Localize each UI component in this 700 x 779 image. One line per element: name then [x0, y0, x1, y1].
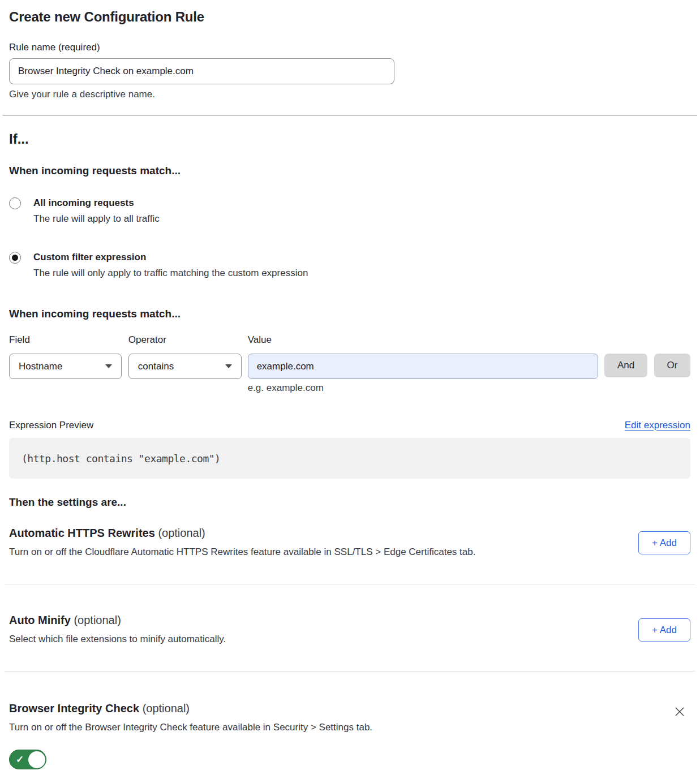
radio-option-text: All incoming requests The rule will appl… [33, 197, 160, 225]
expression-code-text: (http.host contains "example.com") [22, 453, 220, 464]
rule-name-label: Rule name (required) [9, 42, 690, 53]
setting-name: Auto Minify [9, 614, 71, 626]
setting-optional-tag: (optional) [74, 614, 121, 626]
rule-name-group: Rule name (required) Give your rule a de… [9, 42, 690, 100]
setting-optional-tag: (optional) [143, 702, 190, 715]
radio-option-all-incoming-requests[interactable]: All incoming requests The rule will appl… [9, 197, 690, 225]
browser-integrity-check-toggle[interactable]: ✓ [9, 750, 46, 769]
value-input[interactable] [248, 354, 598, 379]
value-help: e.g. example.com [248, 382, 598, 394]
radio-selected-dot [12, 255, 18, 261]
add-auto-minify-button[interactable]: + Add [638, 618, 690, 642]
divider [5, 671, 695, 672]
radio-option-label: All incoming requests [33, 197, 160, 209]
or-button[interactable]: Or [654, 354, 690, 377]
and-button[interactable]: And [604, 354, 647, 377]
expression-preview-label: Expression Preview [9, 420, 93, 431]
setting-automatic-https-rewrites: Automatic HTTPS Rewrites (optional) Turn… [9, 527, 690, 558]
chevron-down-icon [225, 364, 232, 368]
setting-title: Browser Integrity Check (optional) [9, 702, 372, 715]
add-automatic-https-rewrites-button[interactable]: + Add [638, 531, 690, 554]
expression-builder: Field Hostname Operator contains Value e… [9, 334, 690, 394]
field-select[interactable]: Hostname [9, 354, 122, 379]
setting-main: Browser Integrity Check (optional) Turn … [9, 702, 372, 772]
chevron-down-icon [105, 364, 112, 368]
setting-main: Automatic HTTPS Rewrites (optional) Turn… [9, 527, 475, 558]
operator-label: Operator [128, 334, 242, 345]
setting-auto-minify: Auto Minify (optional) Select which file… [9, 614, 690, 645]
field-select-value: Hostname [19, 361, 62, 372]
radio-option-description: The rule will only apply to traffic matc… [33, 268, 308, 279]
setting-description: Turn on or off the Browser Integrity Che… [9, 722, 372, 733]
divider [3, 115, 697, 116]
setting-name: Automatic HTTPS Rewrites [9, 527, 155, 539]
create-configuration-rule-page: Create new Configuration Rule Rule name … [0, 0, 700, 779]
remove-browser-integrity-check-button[interactable] [672, 704, 687, 719]
toggle-knob [28, 751, 45, 768]
then-settings-heading: Then the settings are... [9, 496, 690, 509]
radio-option-custom-filter-expression[interactable]: Custom filter expression The rule will o… [9, 252, 690, 279]
rule-name-help: Give your rule a descriptive name. [9, 89, 690, 100]
divider [5, 584, 695, 584]
expression-preview-header: Expression Preview Edit expression [9, 420, 690, 431]
page-title: Create new Configuration Rule [9, 9, 690, 25]
close-icon [673, 705, 686, 718]
edit-expression-link[interactable]: Edit expression [625, 420, 690, 431]
radio-option-text: Custom filter expression The rule will o… [33, 252, 308, 279]
operator-select-value: contains [138, 361, 174, 372]
radio-custom-filter-expression[interactable] [9, 252, 21, 264]
when-match-heading: When incoming requests match... [9, 165, 690, 177]
value-column: Value e.g. example.com [248, 334, 598, 394]
if-heading: If... [9, 131, 690, 147]
radio-option-description: The rule will apply to all traffic [33, 213, 160, 225]
field-label: Field [9, 334, 122, 345]
radio-all-incoming-requests[interactable] [9, 197, 21, 209]
when-match-heading-2: When incoming requests match... [9, 308, 690, 320]
setting-main: Auto Minify (optional) Select which file… [9, 614, 226, 645]
value-label: Value [248, 334, 598, 345]
setting-name: Browser Integrity Check [9, 702, 139, 715]
setting-optional-tag: (optional) [158, 527, 205, 539]
setting-description: Select which file extensions to minify a… [9, 634, 226, 645]
setting-title: Automatic HTTPS Rewrites (optional) [9, 527, 475, 540]
setting-browser-integrity-check: Browser Integrity Check (optional) Turn … [9, 702, 690, 772]
radio-option-label: Custom filter expression [33, 252, 308, 263]
rule-name-input[interactable] [9, 58, 394, 84]
expression-preview-code-block: (http.host contains "example.com") [9, 438, 690, 479]
operator-select[interactable]: contains [128, 354, 242, 379]
setting-description: Turn on or off the Cloudflare Automatic … [9, 546, 475, 558]
operator-column: Operator contains [128, 334, 242, 379]
setting-title: Auto Minify (optional) [9, 614, 226, 627]
field-column: Field Hostname [9, 334, 122, 379]
check-icon: ✓ [16, 754, 24, 765]
